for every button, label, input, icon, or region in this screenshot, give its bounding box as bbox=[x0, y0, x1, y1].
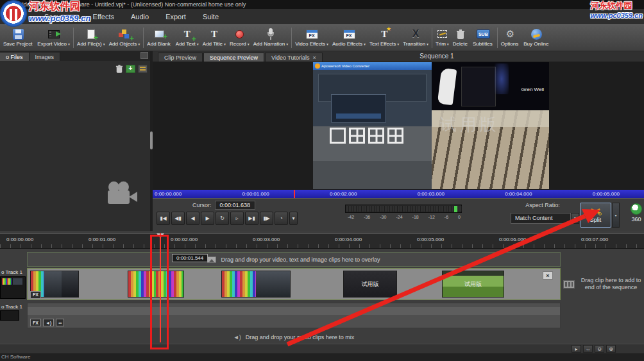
cursor-label: Cursor: bbox=[192, 202, 212, 208]
playback-speed-button[interactable]: ◔ bbox=[275, 212, 288, 225]
video-clip-4[interactable]: 试用版 bbox=[343, 271, 397, 298]
transport-controls: ▮◀ ◀▮ ◀ ▶ ↻ ▹ ▶▮ ▮▶ ◔ ▾ bbox=[157, 212, 298, 225]
timeline: 0:00:00.000 0:00:01.000 0:00:02.000 0:00… bbox=[0, 231, 644, 361]
toolbar-separator bbox=[291, 28, 292, 48]
add-objects-button[interactable]: + Add Objects▾ bbox=[107, 26, 142, 50]
zoom-out-icon[interactable]: ⊖ bbox=[595, 345, 604, 353]
menu-tab-audio[interactable]: Audio bbox=[123, 11, 157, 22]
menu-tab-suite[interactable]: Suite bbox=[194, 11, 227, 22]
video-effects-button[interactable]: FX Video Effects▾ bbox=[293, 26, 330, 50]
trash-icon[interactable] bbox=[116, 64, 123, 73]
export-video-button[interactable]: Export Video▾ bbox=[35, 26, 72, 50]
add-text-button[interactable]: T+ Add Text▾ bbox=[174, 26, 201, 50]
screen-app-title: Apowersoft Video Converter bbox=[313, 62, 432, 70]
watermark-site-url: www.pc0359.cn bbox=[590, 12, 643, 19]
audio-track-header[interactable] bbox=[0, 310, 19, 321]
video-frame-top-right: Gren Well bbox=[432, 62, 549, 110]
delete-button[interactable]: Delete bbox=[451, 26, 471, 50]
save-icon bbox=[13, 29, 24, 40]
add-title-button[interactable]: T Add Title▾ bbox=[201, 26, 228, 50]
aspect-ratio-select[interactable]: Match Content bbox=[511, 213, 571, 224]
seekbar-playhead[interactable] bbox=[294, 190, 295, 198]
trim-icon bbox=[437, 30, 447, 38]
go-to-start-button[interactable]: ▮◀ bbox=[157, 212, 170, 225]
trial-watermark: 试用版 bbox=[440, 113, 500, 136]
watermark-site-url: www.pc0359.cn bbox=[29, 13, 90, 23]
add-media-icon[interactable]: + bbox=[126, 65, 135, 73]
playback-dropdown[interactable]: ▾ bbox=[289, 212, 298, 225]
menu-tab-export[interactable]: Export bbox=[157, 11, 194, 22]
video-track-header[interactable] bbox=[0, 276, 26, 299]
mute-icon[interactable]: ◄) bbox=[43, 319, 54, 326]
audio-track-lane[interactable]: FX ◄) ∞ bbox=[27, 303, 561, 328]
delete-icon bbox=[457, 29, 464, 39]
zoom-in-icon[interactable]: ⊕ bbox=[606, 345, 616, 353]
close-icon[interactable]: × bbox=[312, 55, 316, 61]
audio-effects-icon: FX bbox=[343, 29, 355, 39]
timeline-ruler[interactable]: 0:00:00.000 0:00:01.000 0:00:02.000 0:00… bbox=[0, 233, 644, 249]
speaker-icon: ◄) bbox=[233, 334, 241, 340]
image-icon bbox=[207, 256, 216, 263]
link-icon[interactable]: ∞ bbox=[56, 319, 64, 326]
360-icon bbox=[631, 203, 642, 215]
loop-button[interactable]: ↻ bbox=[216, 212, 229, 225]
meter-scale: -42-36 -30-24 -18-12 -60 bbox=[348, 215, 461, 219]
previous-frame-button[interactable]: ◀▮ bbox=[171, 212, 185, 225]
video-track-fx-badge[interactable]: FX bbox=[30, 291, 41, 299]
add-blank-button[interactable]: + Add Blank bbox=[145, 26, 173, 50]
tab-sequence-preview[interactable]: Sequence Preview bbox=[203, 53, 264, 62]
split-button[interactable]: Split bbox=[580, 203, 611, 228]
panel-dock-icon[interactable] bbox=[140, 52, 148, 59]
buy-online-button[interactable]: Buy Online bbox=[521, 26, 552, 50]
append-clip-drop-zone[interactable]: Drag clip here to add to end of the sequ… bbox=[563, 268, 644, 300]
go-to-end-button[interactable]: ▮▶ bbox=[260, 212, 273, 225]
list-view-icon[interactable] bbox=[138, 65, 148, 73]
remove-clip-button[interactable]: × bbox=[543, 271, 553, 280]
add-text-icon: T+ bbox=[182, 28, 192, 40]
preview-seekbar[interactable]: 0:00:00.000 0:00:01.000 0:00:02.000 0:00… bbox=[153, 190, 644, 198]
meter-peak-indicator bbox=[454, 206, 457, 212]
play-forward-button[interactable]: ▹ bbox=[230, 212, 244, 225]
clip-icon bbox=[563, 280, 575, 289]
microphone-icon bbox=[265, 28, 276, 40]
transition-button[interactable]: X Transition▾ bbox=[401, 26, 430, 50]
next-frame-button[interactable]: ▶▮ bbox=[245, 212, 258, 225]
tab-video-files[interactable]: o Files bbox=[0, 53, 30, 61]
aspect-ratio-label: Aspect Ratio: bbox=[509, 202, 576, 208]
save-project-button[interactable]: Save Project bbox=[1, 26, 35, 50]
audio-drop-zone[interactable]: ◄) Drag and drop your audio clips here t… bbox=[27, 331, 561, 343]
overlay-drop-zone[interactable]: Drag and drop your video, text and image… bbox=[27, 252, 561, 267]
play-backward-button[interactable]: ◀ bbox=[186, 212, 199, 225]
media-panel: o Files Images + bbox=[0, 51, 150, 231]
timeline-toolbar: ▸ ↔ ⊖ ⊕ bbox=[0, 344, 644, 353]
audio-effects-button[interactable]: FX Audio Effects▾ bbox=[330, 26, 368, 50]
watermark-right: 河东软件园 www.pc0359.cn bbox=[590, 0, 643, 19]
add-narration-button[interactable]: Add Narration▾ bbox=[251, 26, 290, 50]
trim-button[interactable]: Trim▾ bbox=[434, 26, 451, 50]
scroll-to-playhead-icon[interactable]: ▸ bbox=[572, 345, 581, 353]
play-button[interactable]: ▶ bbox=[201, 212, 214, 225]
split-dropdown[interactable]: ▾ bbox=[612, 203, 620, 228]
cursor-time-field[interactable]: 0:00:01.638 bbox=[215, 201, 256, 210]
record-button[interactable]: Record▾ bbox=[228, 26, 251, 50]
audio-fx-badge[interactable]: FX bbox=[30, 319, 41, 326]
add-file-icon: + bbox=[87, 29, 95, 39]
buy-online-icon bbox=[531, 29, 542, 40]
fit-timeline-icon[interactable]: ↔ bbox=[583, 345, 593, 353]
video-clip-5[interactable]: 试用版 bbox=[442, 271, 504, 298]
toolbar-separator bbox=[497, 28, 498, 48]
options-button[interactable]: ⚙ Options bbox=[499, 26, 522, 50]
add-files-button[interactable]: + Add File(s)▾ bbox=[75, 26, 107, 50]
tab-video-tutorials[interactable]: Video Tutorials× bbox=[265, 53, 323, 62]
video-clip-3[interactable] bbox=[221, 271, 291, 298]
gear-icon: ⚙ bbox=[506, 28, 514, 40]
360-video-button[interactable]: 360 bbox=[623, 203, 644, 222]
tab-clip-preview[interactable]: Clip Preview bbox=[158, 53, 203, 62]
subtitles-button[interactable]: SUB Subtitles bbox=[471, 26, 496, 50]
tab-images[interactable]: Images bbox=[30, 53, 61, 61]
video-track-lane[interactable]: 试用版 试用版 × FX bbox=[27, 268, 561, 300]
text-effects-button[interactable]: T★ Text Effects▾ bbox=[368, 26, 401, 50]
aspect-ratio-dropdown[interactable]: ▾ bbox=[571, 213, 579, 224]
transition-icon: X bbox=[412, 28, 419, 40]
subtitles-icon: SUB bbox=[477, 29, 490, 38]
